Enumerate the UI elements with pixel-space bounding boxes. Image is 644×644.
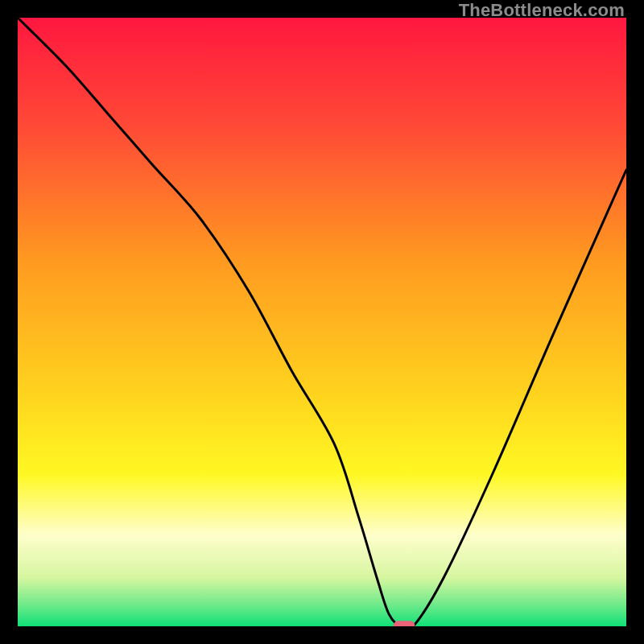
optimal-marker xyxy=(394,621,415,626)
watermark-text: TheBottleneck.com xyxy=(459,0,625,21)
chart-frame: TheBottleneck.com xyxy=(0,0,644,644)
optimal-marker-pill xyxy=(394,621,415,626)
gradient-background xyxy=(18,18,626,626)
plot-area xyxy=(18,18,626,626)
chart-svg xyxy=(18,18,626,626)
